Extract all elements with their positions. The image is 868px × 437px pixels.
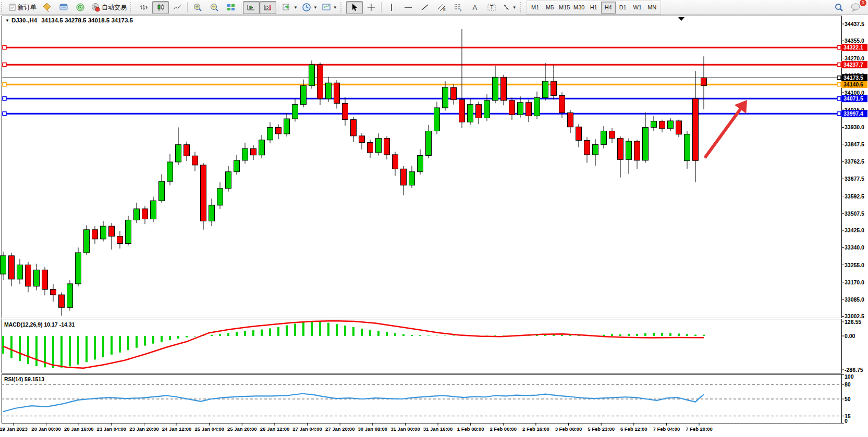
hline-anchor[interactable] (3, 97, 6, 101)
periods-button[interactable]: ▼ (300, 1, 320, 14)
cursor-tool-button[interactable] (346, 1, 363, 14)
price-axis-label: 33425.0 (845, 227, 864, 233)
candle-body (134, 209, 140, 220)
text-label-tool-button[interactable]: T (483, 1, 500, 14)
hline-axis-anchor (837, 83, 841, 86)
text-tool-button[interactable]: A (467, 1, 483, 14)
timeframe-D1[interactable]: D1 (616, 2, 630, 14)
vertical-line-icon (388, 3, 395, 11)
candle-body (42, 270, 48, 289)
timeframe-M1[interactable]: M1 (528, 2, 543, 14)
time-axis[interactable]: 19 Jan 202320 Jan 00:0020 Jan 16:0023 Ja… (0, 423, 713, 432)
equidistant-channel-tool-button[interactable]: E (433, 1, 450, 14)
candle-body (334, 83, 340, 103)
sonar-button[interactable] (72, 1, 89, 14)
dropdown-caret-icon: ▼ (313, 5, 317, 10)
vertical-line-tool-button[interactable] (383, 1, 400, 14)
auto-trading-button[interactable]: 自动交易 (89, 1, 129, 14)
candle-body (301, 85, 307, 104)
time-axis-label: 20 Jan 00:00 (31, 426, 61, 432)
indicators-button[interactable]: ▼ (280, 1, 300, 14)
crosshair-tool-button[interactable] (363, 1, 380, 14)
toolbar-grip (340, 2, 345, 13)
timeframe-M5[interactable]: M5 (543, 2, 557, 14)
arrows-tool-button[interactable]: ▼ (500, 1, 519, 14)
chart-window: 34437.534355.034270.034185.034100.034015… (0, 0, 868, 437)
toolbar-grip (520, 2, 524, 13)
candle-body (26, 265, 31, 286)
timeframe-M15[interactable]: M15 (557, 2, 572, 14)
timeframe-H4[interactable]: H4 (601, 2, 616, 14)
toolbar-grip (130, 2, 134, 13)
channel-icon: E (437, 3, 446, 11)
price-axis[interactable]: 34437.534355.034270.034185.034100.034015… (837, 21, 867, 319)
candle-body (76, 253, 81, 284)
candle-body (459, 99, 465, 122)
notifications-button[interactable]: 1 (847, 1, 864, 14)
auto-scroll-button[interactable] (243, 1, 260, 14)
zoom-out-button[interactable] (206, 1, 223, 14)
trendline-tool-button[interactable] (417, 1, 433, 14)
timeframe-M30[interactable]: M30 (572, 2, 586, 14)
candle-body (393, 155, 398, 169)
candle-body (234, 160, 240, 172)
time-axis-label: 26 Jan 12:00 (260, 426, 290, 432)
bar-chart-type-button[interactable] (136, 1, 152, 14)
zoom-in-button[interactable] (189, 1, 206, 14)
search-button[interactable] (830, 1, 847, 14)
hline-axis-anchor (837, 46, 841, 49)
hline-anchor[interactable] (3, 83, 6, 86)
line-chart-type-button[interactable] (169, 1, 186, 14)
zoom-in-icon (193, 3, 202, 12)
collapse-triangle-icon[interactable]: ▼ (5, 18, 9, 23)
time-axis-label: 5 Feb 23:00 (588, 426, 615, 432)
time-axis-label: 25 Jan 20:00 (227, 426, 257, 432)
timeframe-H1[interactable]: H1 (586, 2, 601, 14)
hline-anchor[interactable] (3, 63, 6, 67)
dropdown-caret-icon: ▼ (333, 5, 337, 10)
candle-body (509, 101, 515, 115)
candle-body (593, 144, 598, 155)
chart-shift-button[interactable] (260, 1, 276, 14)
horizontal-line-icon (404, 3, 413, 11)
new-order-button[interactable]: 新订单 (7, 1, 39, 14)
candle-body (518, 103, 523, 115)
horizontal-line-tool-button[interactable] (400, 1, 417, 14)
hline-anchor[interactable] (3, 112, 6, 116)
candle-body (92, 230, 98, 239)
templates-icon (322, 3, 331, 11)
tile-windows-button[interactable] (223, 1, 239, 14)
fibonacci-tool-button[interactable]: F (450, 1, 467, 14)
market-watch-button[interactable] (55, 1, 72, 14)
candle-body (309, 65, 315, 85)
clock-icon (302, 3, 311, 12)
cursor-icon (351, 3, 358, 11)
candle-body (434, 108, 440, 131)
kite-tool-button[interactable] (39, 1, 55, 14)
timeframe-W1[interactable]: W1 (630, 2, 645, 14)
candlestick-chart-type-button[interactable] (152, 1, 169, 14)
chart-canvas[interactable]: 34437.534355.034270.034185.034100.034015… (0, 0, 868, 437)
candle-body (142, 209, 148, 219)
arrows-tool-icon (502, 3, 510, 11)
svg-text:E: E (443, 8, 446, 11)
macd-axis-label: -286.75 (845, 367, 863, 373)
candle-body (418, 155, 423, 171)
price-badge-label: 34173.5 (843, 74, 863, 81)
timeframe-MN[interactable]: MN (645, 2, 659, 14)
candle-body (384, 139, 390, 155)
hline-anchor[interactable] (3, 46, 6, 49)
chart-shift-icon (263, 3, 273, 11)
price-axis-label: 34437.5 (845, 21, 864, 27)
toolbar: 新订单 自动交易 (0, 0, 868, 15)
candle-body (468, 105, 473, 122)
candle-body (626, 141, 632, 159)
templates-button[interactable]: ▼ (320, 1, 339, 14)
candle-body (643, 127, 649, 160)
time-axis-label: 31 Jan 16:00 (423, 426, 453, 432)
time-axis-label: 7 Feb 20:00 (686, 426, 713, 432)
time-axis-label: 19 Jan 2023 (0, 426, 28, 432)
rsi-axis-label: 100 (845, 373, 854, 380)
candle-body (684, 134, 690, 161)
new-order-icon (9, 4, 16, 11)
